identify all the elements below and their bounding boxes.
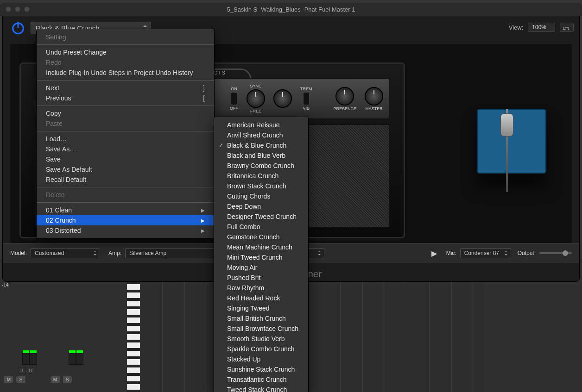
sync-knob[interactable] — [247, 89, 265, 108]
window-title: 5_Saskin S- Walking_Blues- Phat Fuel Mas… — [0, 6, 582, 13]
menu-header-setting: Setting — [37, 32, 214, 42]
level-meter — [69, 350, 76, 365]
menu-category-clean[interactable]: 01 Clean▶ — [37, 205, 214, 215]
menu-recall-default[interactable]: Recall Default — [37, 174, 214, 185]
preset-item[interactable]: Pushed Brit — [214, 273, 308, 283]
mic-label: Mic: — [446, 250, 456, 256]
preset-item[interactable]: Britannica Crunch — [214, 171, 308, 181]
preset-item[interactable]: Small Brownface Crunch — [214, 324, 308, 334]
menu-category-distorted[interactable]: 03 Distorted▶ — [37, 225, 214, 236]
menu-redo: Redo — [37, 57, 214, 68]
level-meter — [22, 350, 30, 365]
preset-item[interactable]: Black and Blue Verb — [214, 150, 308, 161]
preset-item[interactable]: Full Combo — [214, 222, 308, 232]
traffic-lights — [6, 6, 30, 12]
link-button[interactable] — [560, 23, 574, 32]
input-button[interactable]: I — [19, 367, 26, 373]
mute-button[interactable]: M — [4, 376, 14, 383]
knob-label: PRESENCE — [333, 106, 356, 111]
preset-item[interactable]: Smooth Studio Verb — [214, 334, 308, 344]
menu-save-as[interactable]: Save As… — [37, 144, 214, 154]
view-controls: View: 100% — [509, 23, 574, 32]
master-knob[interactable] — [365, 87, 383, 106]
preset-item[interactable]: Cutting Chords — [214, 191, 308, 201]
preset-item[interactable]: Brawny Combo Crunch — [214, 161, 308, 171]
preset-item[interactable]: Mini Tweed Crunch — [214, 252, 308, 262]
menu-paste: Paste — [37, 118, 214, 129]
model-selector[interactable]: Customized — [31, 248, 100, 258]
menu-category-crunch[interactable]: 02 Crunch▶ — [37, 215, 214, 225]
amp-label: Amp: — [108, 250, 121, 256]
switch-label: VIB — [303, 106, 310, 111]
effects-switch[interactable] — [231, 92, 237, 105]
switch-label: TREM — [300, 87, 312, 91]
preset-item[interactable]: Stacked Up — [214, 354, 308, 364]
level-meter — [30, 350, 37, 365]
preset-item[interactable]: Gemstone Crunch — [214, 232, 308, 242]
preset-submenu: American ReissueAnvil Shred CrunchBlack … — [214, 117, 309, 392]
preset-item[interactable]: American Reissue — [214, 120, 308, 130]
menu-previous[interactable]: Previous[ — [37, 93, 214, 103]
preset-menu: Setting Undo Preset Change Redo Include … — [36, 29, 215, 239]
zoom-icon[interactable] — [24, 6, 30, 12]
preset-item[interactable]: Brown Stack Crunch — [214, 181, 308, 191]
preset-item[interactable]: Designer Tweed Crunch — [214, 212, 308, 222]
knob-label: SYNC — [250, 84, 261, 88]
preset-item[interactable]: Red Headed Rock — [214, 293, 308, 303]
preset-item[interactable]: Sunshine Stack Crunch — [214, 364, 308, 374]
preset-item[interactable]: Tweed Stack Crunch — [214, 385, 308, 392]
preset-item[interactable]: Anvil Shred Crunch — [214, 130, 308, 140]
menu-include-undo[interactable]: Include Plug-In Undo Steps in Project Un… — [37, 68, 214, 78]
preset-item[interactable]: Small British Crunch — [214, 313, 308, 324]
menu-save-default[interactable]: Save As Default — [37, 164, 214, 174]
preset-item[interactable]: Moving Air — [214, 262, 308, 273]
view-label: View: — [509, 24, 524, 31]
output-label: Output: — [518, 250, 536, 256]
knob-label: FREE — [250, 109, 261, 113]
output-slider[interactable] — [539, 252, 572, 254]
preset-item[interactable]: Deep Down — [214, 201, 308, 212]
preset-item[interactable]: Singing Tweed — [214, 303, 308, 313]
input-record-buttons: I R — [19, 367, 34, 373]
preset-item[interactable]: Black & Blue Crunch — [214, 140, 308, 150]
power-button[interactable] — [10, 20, 26, 36]
mute-button[interactable]: M — [50, 376, 60, 383]
record-button[interactable]: R — [27, 367, 34, 373]
menu-undo[interactable]: Undo Preset Change — [37, 47, 214, 57]
close-icon[interactable] — [6, 6, 11, 12]
mute-solo-group: M S — [50, 376, 72, 383]
zoom-selector[interactable]: 100% — [528, 23, 555, 32]
preset-item[interactable]: Mean Machine Crunch — [214, 242, 308, 252]
solo-button[interactable]: S — [62, 376, 72, 383]
window-titlebar: 5_Saskin S- Walking_Blues- Phat Fuel Mas… — [0, 3, 582, 16]
switch-label: OFF — [230, 106, 238, 111]
play-button[interactable]: ▶ — [426, 249, 443, 258]
model-label: Model: — [10, 250, 27, 256]
trem-vib-switch[interactable] — [303, 92, 310, 105]
solo-button[interactable]: S — [16, 376, 26, 383]
menu-copy[interactable]: Copy — [37, 108, 214, 118]
preset-item[interactable]: Sparkle Combo Crunch — [214, 344, 308, 354]
mute-solo-group: M S — [4, 376, 26, 383]
menu-load[interactable]: Load… — [37, 134, 214, 144]
preset-item[interactable]: Raw Rhythm — [214, 283, 308, 293]
cabinet-display[interactable] — [470, 100, 553, 192]
level-meter — [76, 350, 83, 365]
preset-item[interactable]: Transatlantic Crunch — [214, 374, 308, 385]
note-label: C2 — [128, 285, 139, 291]
knob-label: MASTER — [365, 106, 383, 111]
rate-knob[interactable] — [273, 89, 292, 108]
menu-next[interactable]: Next] — [37, 83, 214, 93]
switch-label: ON — [231, 87, 237, 91]
minimize-icon[interactable] — [15, 6, 20, 12]
mic-selector[interactable]: Condenser 87 — [460, 248, 511, 258]
db-label: -14 — [2, 282, 8, 287]
menu-save[interactable]: Save — [37, 154, 214, 164]
microphone-icon — [500, 113, 513, 137]
menu-delete: Delete — [37, 190, 214, 200]
presence-knob[interactable] — [335, 87, 354, 106]
